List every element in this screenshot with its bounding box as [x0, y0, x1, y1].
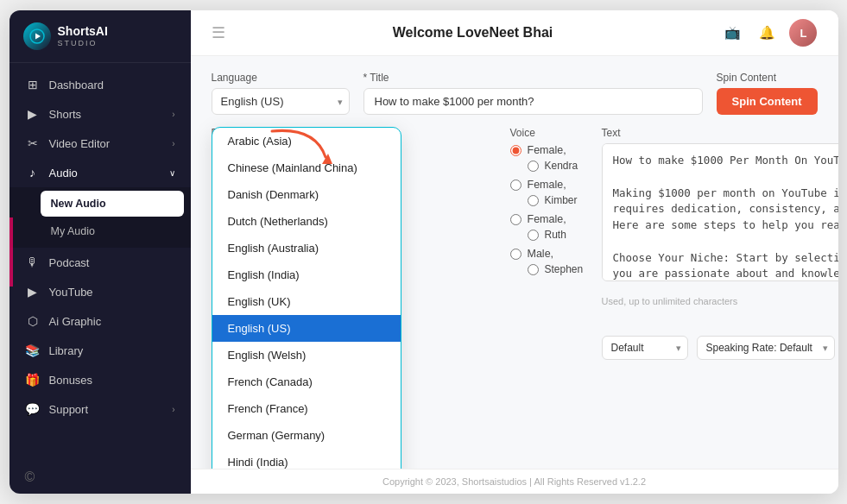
sidebar-nav: ⊞ Dashboard ▶ Shorts › ✂ Video Editor ›: [9, 63, 191, 461]
content-area: Language English (US) * Title Spin Conte…: [191, 56, 838, 469]
voice-female-1[interactable]: Female,: [510, 144, 588, 156]
chevron-icon: ›: [172, 110, 174, 119]
language-select[interactable]: English (US): [212, 88, 350, 115]
voice-radio-group: Female, Kendra Female,: [510, 144, 588, 275]
bell-icon[interactable]: 🔔: [755, 21, 779, 45]
bonuses-icon: 🎁: [25, 373, 41, 387]
language-dropdown: Arabic (Asia) Chinese (Mainland China) D…: [212, 127, 401, 469]
dropdown-item-danish[interactable]: Danish (Denmark): [212, 181, 401, 208]
text-area-section: Text How to make $1000 Per Month On YouT…: [602, 127, 838, 378]
engine-voice-text-row: Engine Standard AI Voice Arabic (Asia) C…: [212, 127, 818, 378]
sidebar-logo: ShortsAI STUDIO: [9, 10, 191, 63]
sidebar-footer: ©: [9, 461, 191, 494]
dropdown-item-hindi[interactable]: Hindi (India): [212, 449, 401, 469]
shorts-icon: ▶: [25, 107, 41, 121]
submenu-new-audio[interactable]: New Audio: [41, 191, 184, 217]
audio-submenu: New Audio My Audio: [9, 187, 191, 248]
logo-text-block: ShortsAI STUDIO: [58, 25, 108, 47]
audio-icon: ♪: [25, 166, 41, 180]
sidebar-item-library[interactable]: 📚 Library: [9, 336, 191, 365]
dropdown-item-english-in[interactable]: English (India): [212, 261, 401, 288]
topbar-title: Welcome LoveNeet Bhai: [393, 25, 553, 41]
logo-sub: STUDIO: [58, 39, 108, 47]
sidebar-item-label-youtube: YouTube: [49, 286, 93, 299]
language-label: Language: [212, 72, 350, 84]
dropdown-item-chinese[interactable]: Chinese (Mainland China): [212, 154, 401, 181]
voice-kimber-label[interactable]: Kimber: [528, 194, 588, 206]
speaking-rate-select[interactable]: Speaking Rate: Default: [697, 336, 835, 360]
topbar: ☰ Welcome LoveNeet Bhai 📺 🔔 L: [191, 10, 838, 56]
sidebar-item-label-support: Support: [49, 403, 89, 416]
voice-label: Voice: [510, 127, 588, 139]
dropdown-item-french-fr[interactable]: French (France): [212, 395, 401, 422]
dropdown-item-german[interactable]: German (Germany): [212, 422, 401, 449]
spin-button[interactable]: Spin Content: [717, 88, 818, 115]
sidebar-item-ai-graphic[interactable]: ⬡ Ai Graphic: [9, 306, 191, 336]
left-decoration-tab: [9, 217, 13, 287]
chevron-icon-3: ∨: [169, 168, 175, 178]
dropdown-item-english-welsh[interactable]: English (Welsh): [212, 342, 401, 369]
engine-section: Engine Standard AI Voice Arabic (Asia) C…: [212, 127, 307, 378]
sidebar-item-video-editor[interactable]: ✂ Video Editor ›: [9, 129, 191, 158]
svg-marker-1: [35, 34, 41, 40]
sidebar-item-dashboard[interactable]: ⊞ Dashboard: [9, 70, 191, 99]
voice-kendra[interactable]: Kendra: [528, 160, 588, 172]
tv-icon[interactable]: 📺: [720, 21, 744, 45]
logo-icon: [23, 22, 51, 50]
dropdown-item-arabic[interactable]: Arabic (Asia): [212, 128, 401, 154]
sidebar-item-podcast[interactable]: 🎙 Podcast: [9, 248, 191, 277]
sidebar-item-label-bonuses: Bonuses: [49, 374, 93, 387]
topbar-actions: 📺 🔔 L: [720, 19, 817, 47]
spin-label: Spin Content: [717, 72, 818, 84]
voice-section: Voice Female, Kendra: [510, 127, 588, 378]
sidebar-item-bonuses[interactable]: 🎁 Bonuses: [9, 365, 191, 394]
ai-graphic-icon: ⬡: [25, 314, 41, 328]
language-group: Language English (US): [212, 72, 350, 115]
sidebar-item-label-dashboard: Dashboard: [49, 79, 104, 91]
sidebar-item-label-ai-graphic: Ai Graphic: [49, 315, 102, 328]
dashboard-icon: ⊞: [25, 78, 41, 91]
title-input[interactable]: [363, 88, 703, 115]
dropdown-item-english-uk[interactable]: English (UK): [212, 288, 401, 315]
form-row-top: Language English (US) * Title Spin Conte…: [212, 72, 818, 115]
text-area[interactable]: How to make $1000 Per Month On YouTube? …: [602, 143, 838, 281]
dropdown-item-dutch[interactable]: Dutch (Netherlands): [212, 208, 401, 235]
sidebar-item-label-podcast: Podcast: [49, 256, 90, 269]
footer-text: Copyright © 2023, Shortsaistudios | All …: [382, 476, 646, 487]
sidebar-item-label-library: Library: [49, 344, 84, 357]
topbar-hamburger[interactable]: ☰: [212, 23, 225, 42]
speed-select[interactable]: Default: [602, 336, 688, 360]
sidebar-item-support[interactable]: 💬 Support ›: [9, 394, 191, 424]
voice-text-section: Voice Female, Kendra: [510, 127, 838, 378]
voice-ruth-label[interactable]: Ruth: [528, 229, 588, 241]
podcast-icon: 🎙: [25, 255, 41, 269]
youtube-icon: ▶: [25, 285, 41, 299]
voice-ruth[interactable]: Female,: [510, 213, 588, 225]
chevron-icon-2: ›: [172, 139, 174, 148]
title-label: * Title: [363, 72, 703, 84]
sidebar: ShortsAI STUDIO ⊞ Dashboard ▶ Shorts ›: [9, 10, 191, 494]
voice-kimber[interactable]: Female,: [510, 179, 588, 191]
logo-name: ShortsAI: [58, 25, 108, 38]
submenu-my-audio[interactable]: My Audio: [41, 218, 184, 244]
text-hint: Used, up to unlimited characters: [602, 296, 738, 306]
sidebar-item-shorts[interactable]: ▶ Shorts ›: [9, 99, 191, 129]
chevron-icon-4: ›: [172, 405, 174, 414]
voice-stephen-label[interactable]: Stephen: [528, 263, 588, 275]
support-icon: 💬: [25, 402, 41, 416]
text-label: Text: [602, 127, 838, 139]
voice-male-stephen[interactable]: Male,: [510, 248, 588, 260]
sidebar-item-label-video-editor: Video Editor: [49, 137, 111, 150]
sidebar-item-youtube[interactable]: ▶ YouTube: [9, 277, 191, 306]
main-content: ☰ Welcome LoveNeet Bhai 📺 🔔 L Language E…: [191, 10, 838, 494]
dropdown-item-english-au[interactable]: English (Australia): [212, 235, 401, 261]
sidebar-item-label-audio: Audio: [49, 167, 78, 180]
dropdown-item-french-ca[interactable]: French (Canada): [212, 369, 401, 395]
dropdown-item-english-us[interactable]: English (US): [212, 315, 401, 342]
library-icon: 📚: [25, 343, 41, 357]
video-editor-icon: ✂: [25, 136, 41, 150]
sidebar-item-audio[interactable]: ♪ Audio ∨: [9, 158, 191, 187]
user-avatar[interactable]: L: [789, 19, 817, 47]
title-group: * Title: [363, 72, 703, 115]
sidebar-item-label-shorts: Shorts: [49, 108, 82, 121]
